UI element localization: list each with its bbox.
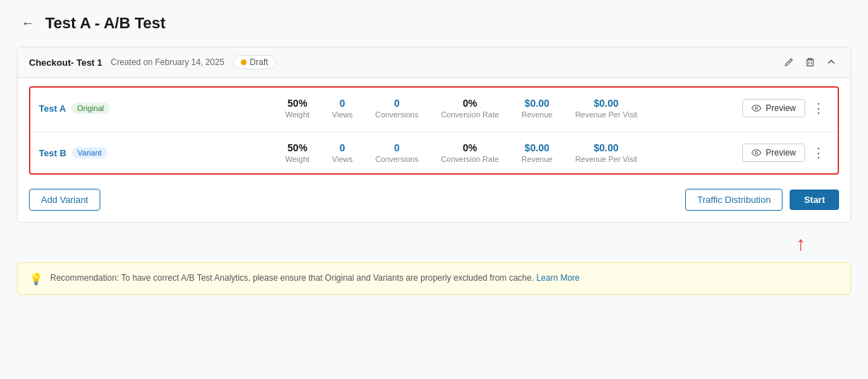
notice-text: Recommendation: To have correct A/B Test… [50, 272, 580, 284]
variant-a-stats: 50% Weight 0 Views 0 Conversions 0% [180, 98, 742, 119]
variant-a-views: 0 Views [332, 98, 352, 119]
variants-area: Test A Original 50% Weight 0 Views [18, 78, 850, 222]
test-card: Checkout- Test 1 Created on February 14,… [17, 47, 851, 223]
revenue-per-visit-label-a: Revenue Per Visit [575, 110, 637, 119]
variant-b-weight: 50% Weight [285, 142, 309, 163]
revenue-label-a: Revenue [521, 110, 552, 119]
conversions-label-a: Conversions [375, 110, 418, 119]
test-name: Checkout- Test 1 [29, 57, 102, 68]
variant-a-type: Original [71, 103, 109, 114]
variant-b-actions: Preview ⋮ [742, 144, 829, 162]
table-row: Test B Variant 50% Weight 0 Views [30, 135, 838, 170]
conversion-rate-label-b: Conversion Rate [441, 155, 499, 163]
table-row: Test A Original 50% Weight 0 Views [30, 91, 838, 126]
add-variant-button[interactable]: Add Variant [29, 189, 100, 211]
variant-b-type: Variant [72, 147, 107, 158]
recommendation-text: Recommendation: To have correct A/B Test… [50, 273, 534, 283]
conversion-rate-value-a: 0% [441, 98, 499, 109]
red-arrow-icon: ↑ [796, 234, 806, 254]
svg-point-4 [756, 151, 759, 154]
views-value-b: 0 [332, 142, 352, 153]
revenue-per-visit-value-b: $0.00 [575, 142, 637, 153]
right-actions: Traffic Distribution Start [685, 189, 839, 211]
revenue-value-b: $0.00 [521, 142, 552, 153]
variant-info-a: Test A Original [39, 103, 180, 114]
variant-a-revenue-per-visit: $0.00 Revenue Per Visit [575, 98, 637, 119]
arrow-annotation: ↑ [17, 234, 851, 254]
views-label-b: Views [332, 155, 352, 163]
variant-a-actions: Preview ⋮ [742, 99, 829, 117]
preview-button-a[interactable]: Preview [742, 99, 805, 117]
revenue-per-visit-value-a: $0.00 [575, 98, 637, 109]
variants-highlight-box: Test A Original 50% Weight 0 Views [29, 86, 839, 175]
views-label-a: Views [332, 110, 352, 119]
traffic-distribution-button[interactable]: Traffic Distribution [685, 189, 783, 211]
variant-a-weight: 50% Weight [285, 98, 309, 119]
page-title: Test A - A/B Test [45, 14, 165, 33]
recommendation-notice: 💡 Recommendation: To have correct A/B Te… [17, 262, 851, 295]
status-dot [241, 59, 246, 65]
variant-b-conversion-rate: 0% Conversion Rate [441, 142, 499, 163]
variant-a-revenue: $0.00 Revenue [521, 98, 552, 119]
revenue-value-a: $0.00 [521, 98, 552, 109]
svg-point-3 [756, 107, 759, 110]
collapse-button[interactable] [824, 54, 839, 70]
revenue-label-b: Revenue [521, 155, 552, 163]
more-button-b[interactable]: ⋮ [808, 144, 829, 162]
variant-b-revenue: $0.00 Revenue [521, 142, 552, 163]
status-badge: Draft [233, 55, 276, 69]
preview-label-a: Preview [766, 103, 796, 113]
variant-a-label: Test A [39, 103, 66, 114]
status-text: Draft [250, 57, 268, 67]
views-value-a: 0 [332, 98, 352, 109]
variant-a-conversions: 0 Conversions [375, 98, 418, 119]
weight-value-b: 50% [285, 142, 309, 153]
edit-icon [784, 57, 794, 67]
variant-b-revenue-per-visit: $0.00 Revenue Per Visit [575, 142, 637, 163]
delete-button[interactable] [802, 54, 818, 70]
svg-rect-0 [807, 60, 814, 66]
eye-icon [751, 148, 761, 158]
back-button[interactable]: ← [17, 15, 38, 33]
eye-icon [751, 103, 761, 113]
delete-icon [805, 57, 815, 67]
variant-divider [30, 132, 838, 132]
test-card-header-actions [781, 54, 839, 70]
revenue-per-visit-label-b: Revenue Per Visit [575, 155, 637, 163]
page-header: ← Test A - A/B Test [17, 14, 851, 33]
conversions-label-b: Conversions [375, 155, 418, 163]
conversion-rate-label-a: Conversion Rate [441, 110, 499, 119]
weight-value-a: 50% [285, 98, 309, 109]
collapse-icon [826, 57, 836, 67]
lightbulb-icon: 💡 [29, 272, 43, 286]
weight-label-a: Weight [285, 110, 309, 119]
test-card-header: Checkout- Test 1 Created on February 14,… [18, 47, 850, 78]
preview-button-b[interactable]: Preview [742, 144, 805, 162]
variant-a-conversion-rate: 0% Conversion Rate [441, 98, 499, 119]
preview-label-b: Preview [766, 148, 796, 158]
conversions-value-b: 0 [375, 142, 418, 153]
conversion-rate-value-b: 0% [441, 142, 499, 153]
variant-b-stats: 50% Weight 0 Views 0 Conversions 0% [180, 142, 742, 163]
edit-button[interactable] [781, 54, 797, 70]
page-wrapper: ← Test A - A/B Test Checkout- Test 1 Cre… [0, 0, 868, 379]
learn-more-link[interactable]: Learn More [536, 273, 579, 283]
bottom-row: Add Variant Traffic Distribution Start [29, 180, 839, 214]
variant-b-label: Test B [39, 148, 66, 158]
variant-b-conversions: 0 Conversions [375, 142, 418, 163]
more-button-a[interactable]: ⋮ [808, 99, 829, 117]
test-created-label: Created on February 14, 2025 [111, 57, 225, 67]
weight-label-b: Weight [285, 155, 309, 163]
conversions-value-a: 0 [375, 98, 418, 109]
variant-info-b: Test B Variant [39, 147, 180, 158]
start-button[interactable]: Start [790, 190, 839, 210]
variant-b-views: 0 Views [332, 142, 352, 163]
